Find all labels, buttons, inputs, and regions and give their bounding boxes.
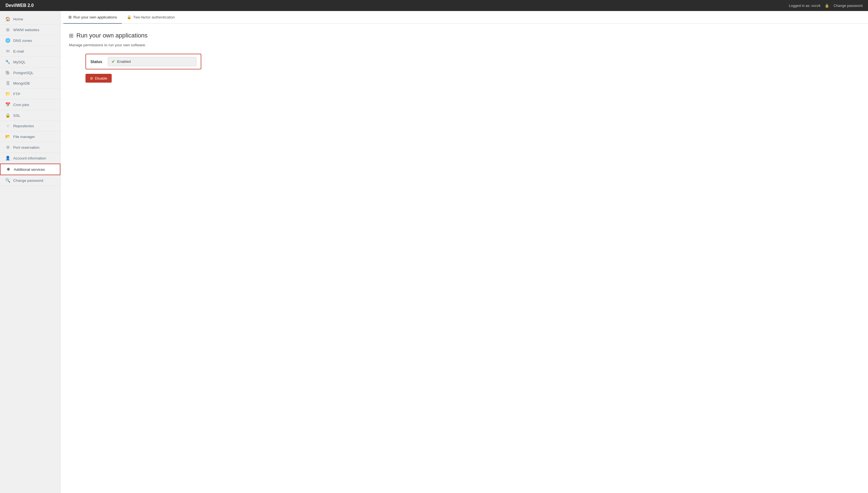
sidebar-label-mysql: MySQL	[13, 60, 26, 64]
mysql-icon: 🔧	[5, 60, 11, 64]
sidebar-label-additionalservices: Additional services	[14, 168, 45, 172]
sidebar-label-mongodb: MongoDB	[13, 81, 30, 85]
dns-icon: 🌐	[5, 38, 11, 43]
repos-icon: ⑂	[5, 124, 11, 128]
tab-label-run-apps: Run your own applications	[73, 15, 117, 19]
sidebar-item-dns[interactable]: 🌐 DNS zones	[0, 35, 60, 46]
page-title: Run your own applications	[76, 32, 147, 39]
status-box: Status ✔ Enabled	[85, 54, 201, 69]
sidebar-label-cron: Cron jobs	[13, 103, 29, 107]
sidebar-item-email[interactable]: ✉ E-mail	[0, 46, 60, 57]
sidebar-item-home[interactable]: 🏠 Home	[0, 14, 60, 24]
www-icon: ⊞	[5, 27, 11, 32]
sidebar-item-repos[interactable]: ⑂ Repositories	[0, 121, 60, 131]
mongodb-icon: 🗄	[5, 81, 11, 86]
tab-icon-two-factor: 🔒	[127, 15, 132, 19]
tab-icon-run-apps: ⊞	[68, 15, 72, 19]
email-icon: ✉	[5, 49, 11, 54]
changepassword-icon: 🔍	[5, 178, 11, 183]
status-value: Enabled	[117, 60, 131, 64]
sidebar-label-accountinfo: Account information	[13, 156, 46, 160]
logged-in-text: Logged in as: svcvit	[789, 4, 820, 8]
lock-icon: 🔒	[825, 4, 829, 8]
status-check-icon: ✔	[112, 59, 115, 64]
sidebar-item-mysql[interactable]: 🔧 MySQL	[0, 57, 60, 67]
disable-button[interactable]: ⊘ Disable	[85, 74, 112, 83]
sidebar: 🏠 Home ⊞ WWW websites 🌐 DNS zones ✉ E-ma…	[0, 11, 61, 493]
page-title-icon: ⊞	[69, 32, 74, 39]
sidebar-resize[interactable]	[60, 11, 62, 493]
sidebar-label-ftp: FTP	[13, 92, 20, 96]
tabs-bar: ⊞ Run your own applications 🔒 Two-factor…	[61, 11, 868, 24]
disable-label: Disable	[95, 76, 107, 81]
status-label: Status	[90, 60, 102, 64]
ftp-icon: 📁	[5, 91, 11, 97]
sidebar-label-portreservation: Port reservation	[13, 145, 39, 150]
sidebar-label-postgresql: PostgreSQL	[13, 71, 34, 75]
ssl-icon: 🔒	[5, 113, 11, 118]
sidebar-label-ssl: SSL	[13, 113, 20, 117]
sidebar-item-portreservation[interactable]: ⚙ Port reservation	[0, 142, 60, 153]
tab-label-two-factor: Two-factor authentication	[133, 15, 175, 19]
navbar: DevilWEB 2.0 Logged in as: svcvit 🔒 Chan…	[0, 0, 868, 11]
tab-run-apps[interactable]: ⊞ Run your own applications	[63, 11, 122, 24]
sidebar-label-www: WWW websites	[13, 28, 39, 32]
filemanager-icon: 📂	[5, 134, 11, 139]
sidebar-item-www[interactable]: ⊞ WWW websites	[0, 24, 60, 35]
sidebar-item-ssl[interactable]: 🔒 SSL	[0, 110, 60, 121]
sidebar-label-changepassword: Change password	[13, 178, 43, 183]
sidebar-item-cron[interactable]: 📅 Cron jobs	[0, 100, 60, 110]
main-content: ⊞ Run your own applications 🔒 Two-factor…	[61, 11, 868, 493]
disable-icon: ⊘	[90, 76, 93, 81]
page-title-container: ⊞ Run your own applications	[69, 32, 860, 39]
sidebar-label-repos: Repositories	[13, 124, 34, 128]
sidebar-item-postgresql[interactable]: 🐘 PostgreSQL	[0, 67, 60, 78]
change-password-link[interactable]: Change password	[833, 4, 863, 8]
brand-title: DevilWEB 2.0	[5, 3, 34, 8]
sidebar-item-filemanager[interactable]: 📂 File manager	[0, 131, 60, 142]
page-subtitle: Manage permissions to run your own softw…	[69, 43, 860, 47]
sidebar-label-dns: DNS zones	[13, 39, 32, 43]
sidebar-item-additionalservices[interactable]: ✱ Additional services	[0, 164, 60, 175]
sidebar-item-changepassword[interactable]: 🔍 Change password	[0, 175, 60, 186]
layout: 🏠 Home ⊞ WWW websites 🌐 DNS zones ✉ E-ma…	[0, 11, 868, 493]
sidebar-label-filemanager: File manager	[13, 135, 35, 139]
status-value-box: ✔ Enabled	[108, 57, 196, 66]
tab-two-factor[interactable]: 🔒 Two-factor authentication	[122, 11, 180, 24]
sidebar-item-mongodb[interactable]: 🗄 MongoDB	[0, 78, 60, 89]
sidebar-item-accountinfo[interactable]: 👤 Account information	[0, 153, 60, 164]
content-area: ⊞ Run your own applications Manage permi…	[61, 24, 868, 91]
sidebar-label-home: Home	[13, 17, 23, 21]
sidebar-label-email: E-mail	[13, 49, 24, 53]
additionalservices-icon: ✱	[5, 167, 11, 172]
cron-icon: 📅	[5, 102, 11, 107]
home-icon: 🏠	[5, 17, 11, 21]
portreservation-icon: ⚙	[5, 145, 11, 150]
navbar-right: Logged in as: svcvit 🔒 Change password	[789, 4, 863, 8]
accountinfo-icon: 👤	[5, 156, 11, 160]
sidebar-item-ftp[interactable]: 📁 FTP	[0, 89, 60, 100]
postgresql-icon: 🐘	[5, 70, 11, 75]
